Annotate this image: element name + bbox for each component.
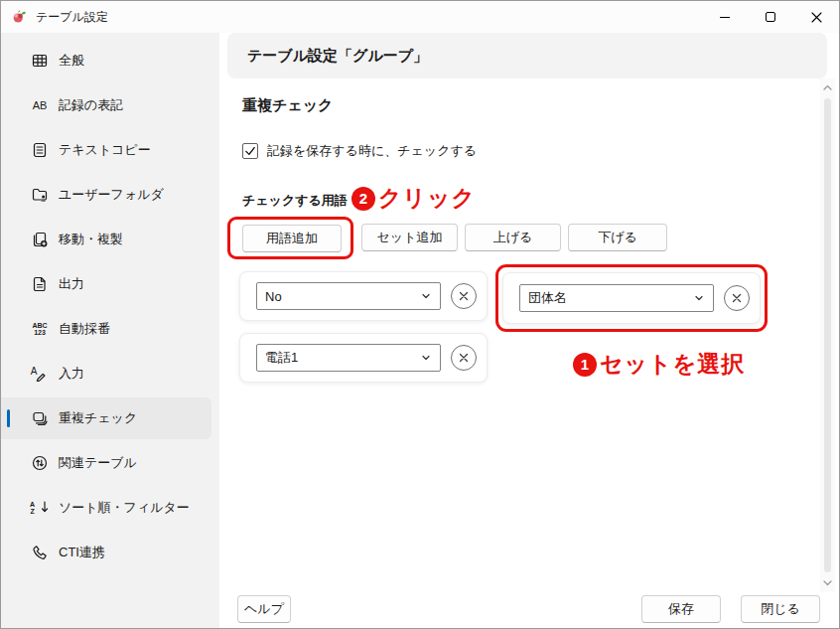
sidebar-item-label: 重複チェック xyxy=(59,409,137,427)
step2-text: クリック xyxy=(378,183,476,214)
save-check-row: 記録を保存する時に、チェックする xyxy=(242,142,477,160)
scrollbar[interactable] xyxy=(820,79,835,592)
scrollbar-thumb[interactable] xyxy=(824,98,831,572)
term-card: 電話1 xyxy=(239,333,488,383)
abc123-icon: ABC123 xyxy=(29,319,51,339)
app-icon xyxy=(11,9,27,25)
sidebar-item-record-notation[interactable]: AB 記録の表記 xyxy=(1,84,211,126)
table-settings-window: テーブル設定 全般 AB 記録の表記 xyxy=(0,0,840,629)
term-select[interactable]: No xyxy=(256,282,441,310)
section-title: 重複チェック xyxy=(242,96,333,115)
remove-set-button[interactable] xyxy=(724,285,750,311)
sidebar: 全般 AB 記録の表記 テキストコピー ユーザーフォルダ xyxy=(1,33,219,628)
sidebar-item-label: ソート順・フィルター xyxy=(59,499,190,517)
minimize-button[interactable] xyxy=(702,1,748,33)
user-folder-icon xyxy=(29,185,51,205)
maximize-icon xyxy=(766,12,775,22)
save-check-label: 記録を保存する時に、チェックする xyxy=(267,142,477,160)
sidebar-item-general[interactable]: 全般 xyxy=(1,40,211,81)
content-header-panel: テーブル設定「グループ」 xyxy=(227,33,827,79)
close-icon xyxy=(811,12,822,23)
set-select-value: 団体名 xyxy=(528,289,693,307)
close-dialog-button[interactable]: 閉じる xyxy=(741,595,820,623)
save-button[interactable]: 保存 xyxy=(641,595,721,623)
ab-icon: AB xyxy=(29,95,51,115)
move-duplicate-icon xyxy=(29,230,51,249)
document-icon xyxy=(29,274,51,294)
minimize-icon xyxy=(720,17,730,18)
save-check-checkbox[interactable] xyxy=(242,143,258,159)
sidebar-item-label: CTI連携 xyxy=(59,544,105,561)
sidebar-item-label: 出力 xyxy=(59,275,84,293)
sidebar-item-label: 自動採番 xyxy=(59,320,110,338)
term-select[interactable]: 電話1 xyxy=(256,344,441,372)
remove-x-icon xyxy=(732,293,742,303)
related-arrows-icon xyxy=(29,453,51,473)
sidebar-item-text-copy[interactable]: テキストコピー xyxy=(1,129,211,171)
step1-badge: 1 xyxy=(573,353,597,377)
term-select-value: No xyxy=(265,289,420,304)
sidebar-item-duplicate-check[interactable]: 重複チェック xyxy=(1,397,211,439)
step1-text: セットを選択 xyxy=(600,349,745,380)
move-up-button[interactable]: 上げる xyxy=(465,224,561,251)
chevron-up-icon xyxy=(823,84,832,90)
term-select-value: 電話1 xyxy=(265,349,420,367)
add-term-button[interactable]: 用語追加 xyxy=(242,225,342,252)
remove-term-button[interactable] xyxy=(451,283,477,309)
annotation-step1: 1 セットを選択 xyxy=(573,349,745,380)
set-card: 団体名 xyxy=(502,272,761,324)
sidebar-item-label: ユーザーフォルダ xyxy=(59,186,164,204)
sidebar-item-label: 移動・複製 xyxy=(59,231,123,248)
sidebar-item-label: 全般 xyxy=(59,52,84,70)
set-select[interactable]: 団体名 xyxy=(519,284,714,312)
sidebar-item-move-duplicate[interactable]: 移動・複製 xyxy=(1,219,211,260)
window-controls xyxy=(702,1,839,33)
sidebar-item-label: 関連テーブル xyxy=(59,454,137,472)
remove-term-button[interactable] xyxy=(451,345,477,371)
chevron-down-icon xyxy=(693,292,705,304)
sidebar-item-user-folder[interactable]: ユーザーフォルダ xyxy=(1,174,211,216)
remove-x-icon xyxy=(459,291,469,301)
text-copy-icon xyxy=(29,140,51,160)
maximize-button[interactable] xyxy=(748,1,793,33)
scroll-down-button[interactable] xyxy=(820,576,835,590)
sidebar-item-label: 記録の表記 xyxy=(59,96,123,114)
page-title: テーブル設定「グループ」 xyxy=(247,47,428,66)
checkmark-icon xyxy=(244,145,256,157)
phone-icon xyxy=(29,543,51,562)
sidebar-item-input[interactable]: A 入力 xyxy=(1,353,211,394)
sidebar-item-sort-filter[interactable]: AZ ソート順・フィルター xyxy=(1,487,211,529)
titlebar: テーブル設定 xyxy=(1,1,839,33)
add-set-button[interactable]: セット追加 xyxy=(361,224,458,251)
help-button[interactable]: ヘルプ xyxy=(237,595,291,623)
sidebar-item-cti[interactable]: CTI連携 xyxy=(1,532,211,573)
sidebar-item-related-tables[interactable]: 関連テーブル xyxy=(1,442,211,484)
chevron-down-icon xyxy=(420,290,432,302)
move-down-button[interactable]: 下げる xyxy=(568,224,667,251)
layers-icon xyxy=(29,408,51,428)
sidebar-item-label: テキストコピー xyxy=(59,141,151,159)
term-card: No xyxy=(239,271,488,321)
close-button[interactable] xyxy=(793,1,839,33)
sort-icon: AZ xyxy=(29,498,51,518)
main-content: テーブル設定「グループ」 重複チェック 記録を保存する時に、チェックする チェッ… xyxy=(219,33,839,628)
grid-icon xyxy=(29,51,51,71)
annotation-step2: 2 クリック xyxy=(351,183,476,214)
window-title: テーブル設定 xyxy=(36,9,108,26)
terms-label: チェックする用語 xyxy=(242,192,348,210)
input-pen-icon: A xyxy=(29,364,51,384)
chevron-down-icon xyxy=(823,580,832,586)
sidebar-item-label: 入力 xyxy=(59,365,84,383)
chevron-down-icon xyxy=(420,352,432,364)
step2-badge: 2 xyxy=(351,187,375,211)
sidebar-item-output[interactable]: 出力 xyxy=(1,263,211,305)
sidebar-item-auto-numbering[interactable]: ABC123 自動採番 xyxy=(1,308,211,350)
scroll-up-button[interactable] xyxy=(820,80,835,94)
remove-x-icon xyxy=(459,353,469,363)
